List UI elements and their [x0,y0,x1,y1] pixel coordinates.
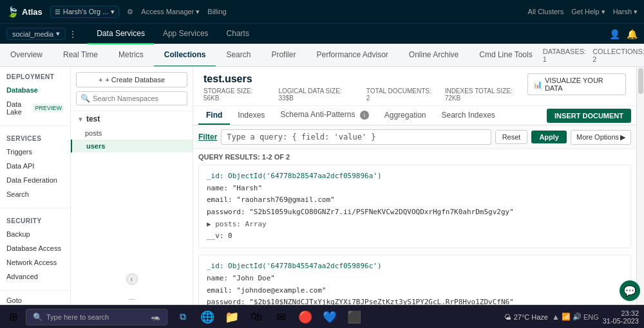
reset-button[interactable]: Reset [495,130,528,144]
tab-realtime[interactable]: Real Time [53,44,108,67]
sidebar-item-search[interactable]: Search [0,187,70,201]
tab-performance-advisor[interactable]: Performance Advisor [306,44,398,67]
org-selector[interactable]: ☰ Harsh's Org ... ▾ [50,6,120,18]
data-federation-label: Data Federation [6,176,57,184]
sidebar-item-network-access[interactable]: Network Access [0,255,70,269]
logical-data-stat: LOGICAL DATA SIZE: 33$B [278,87,355,102]
search-label: Search [6,190,29,198]
db-test[interactable]: ▼ test [71,111,193,127]
apply-button[interactable]: Apply [531,131,567,143]
doc1-v: __v: 0 [207,230,623,242]
settings-icon-btn[interactable]: ⚙ [127,8,133,16]
sidebar-item-triggers[interactable]: Triggers [0,145,70,159]
search-namespaces-input[interactable] [93,95,183,102]
top-nav-right: All Clusters Get Help ▾ Harsh ▾ [528,8,638,16]
atlas-brand: Atlas [22,7,43,17]
datalake-label: Data Lake [6,100,29,116]
filter-label[interactable]: Filter [198,132,217,141]
collection-title: test.users [204,73,527,85]
query-bar: Filter Reset Apply More Options ▶ [193,125,636,149]
tab-collections[interactable]: Collections [154,44,216,67]
sidebar-item-goto[interactable]: Goto [0,293,70,305]
doc1-posts[interactable]: ▶ posts: Array [207,219,623,231]
search-namespaces[interactable]: 🔍 [76,91,187,105]
project-selector[interactable]: social_media ▾ [6,28,66,40]
all-clusters-link[interactable]: All Clusters [528,8,564,15]
leaf-icon: 🍃 [6,6,19,18]
right-scrollbar[interactable] [636,67,644,305]
create-database-button[interactable]: + + Create Database [76,72,187,87]
second-navigation: social_media ▾ ⋮ Data Services App Servi… [0,23,644,44]
second-nav-right: 👤 🔔 [609,29,638,39]
sidebar-divider-3 [0,290,70,291]
access-manager-label: Access Manager [141,8,194,15]
sidebar-item-database[interactable]: Database [0,83,70,97]
sidebar-divider-2 [0,208,70,208]
collapse-panel-button[interactable]: ‹ [126,273,138,285]
doc1-id: _id: ObjectId('64778b28547aa2dcf059896a'… [207,170,623,183]
collection-posts[interactable]: posts [71,127,193,140]
doc1-password: password: "S2bS1059ukgCO80GNZr7.ii/PSFNe… [207,206,623,219]
tab-app-services[interactable]: App Services [154,24,218,44]
tab-data-services[interactable]: Data Services [88,24,154,44]
sidebar-item-db-access[interactable]: Database Access [0,241,70,255]
tab-charts[interactable]: Charts [218,24,258,44]
action-tab-schema[interactable]: Schema Anti-Patterns i [272,106,376,125]
preview-badge: PREVIEW [33,104,64,112]
collection-header: test.users STORAGE SIZE: 56KB LOGICAL DA… [193,67,636,106]
support-chat-button[interactable]: 💬 [620,280,640,301]
more-options-label: More Options [576,133,619,141]
tab-profiler[interactable]: Profiler [261,44,306,67]
billing-nav[interactable]: Billing [207,8,226,15]
access-manager-nav[interactable]: Access Manager ▾ [141,8,200,16]
help-btn[interactable]: Get Help ▾ [571,8,605,16]
sidebar-item-datalake[interactable]: Data Lake PREVIEW [0,97,70,119]
org-dropdown-icon: ▾ [111,8,115,16]
db-access-label: Database Access [6,244,61,252]
data-api-label: Data API [6,162,34,170]
query-input[interactable] [221,129,491,145]
sidebar-item-advanced[interactable]: Advanced [0,269,70,284]
collection-action-tabs: Find Indexes Schema Anti-Patterns i Aggr… [193,106,636,125]
sidebar: DEPLOYMENT Database Data Lake PREVIEW SE… [0,67,71,305]
user-menu[interactable]: Harsh ▾ [613,8,638,16]
insert-document-button[interactable]: INSERT DOCUMENT [547,109,631,123]
access-manager-dropdown-icon: ▾ [196,8,200,16]
create-db-label: + Create Database [105,76,165,84]
bell-icon-btn[interactable]: 🔔 [627,29,638,39]
org-name: Harsh's Org ... [63,8,109,15]
billing-label: Billing [207,8,226,15]
tab-overview[interactable]: Overview [0,44,53,67]
action-tab-find[interactable]: Find [198,107,230,125]
project-dropdown-icon: ▾ [56,30,60,38]
second-nav-tabs: Data Services App Services Charts [88,24,258,44]
security-label: SECURITY [0,215,70,227]
action-tab-aggregation[interactable]: Aggregation [377,107,434,125]
action-tab-indexes[interactable]: Indexes [230,107,272,125]
scrollbar-thumb[interactable] [638,68,643,94]
collection-stats: STORAGE SIZE: 56KB LOGICAL DATA SIZE: 33… [204,87,527,102]
collection-users[interactable]: users [71,140,193,152]
visualize-your-data-button[interactable]: 📊 VISUALIZE YOUR DATA [527,73,626,95]
tab-metrics[interactable]: Metrics [108,44,154,67]
schema-info-icon: i [360,111,369,120]
project-name: social_media [12,30,53,38]
sidebar-item-backup[interactable]: Backup [0,227,70,241]
sidebar-item-data-federation[interactable]: Data Federation [0,173,70,187]
doc2-email: email: "johndoe@example.com" [207,285,623,297]
db-tree: ▼ test posts users [71,111,193,285]
main-content: test.users STORAGE SIZE: 56KB LOGICAL DA… [193,67,636,305]
more-options-button[interactable]: More Options ▶ [571,130,631,145]
tab-cmd-line-tools[interactable]: Cmd Line Tools [469,44,543,67]
results-header: QUERY RESULTS: 1-2 OF 2 [198,153,631,161]
sidebar-item-data-api[interactable]: Data API [0,159,70,173]
top-navigation: 🍃 Atlas ☰ Harsh's Org ... ▾ ⚙ Access Man… [0,0,644,23]
action-tab-search-indexes[interactable]: Search Indexes [433,107,502,125]
user-icon-btn[interactable]: 👤 [609,29,620,39]
tab-online-archive[interactable]: Online Archive [399,44,469,67]
atlas-logo[interactable]: 🍃 Atlas [6,6,43,18]
tab-search[interactable]: Search [216,44,261,67]
project-menu-dots[interactable]: ⋮ [68,29,77,39]
scroll-indicator: — [129,295,135,302]
user-label: Harsh [613,8,632,15]
